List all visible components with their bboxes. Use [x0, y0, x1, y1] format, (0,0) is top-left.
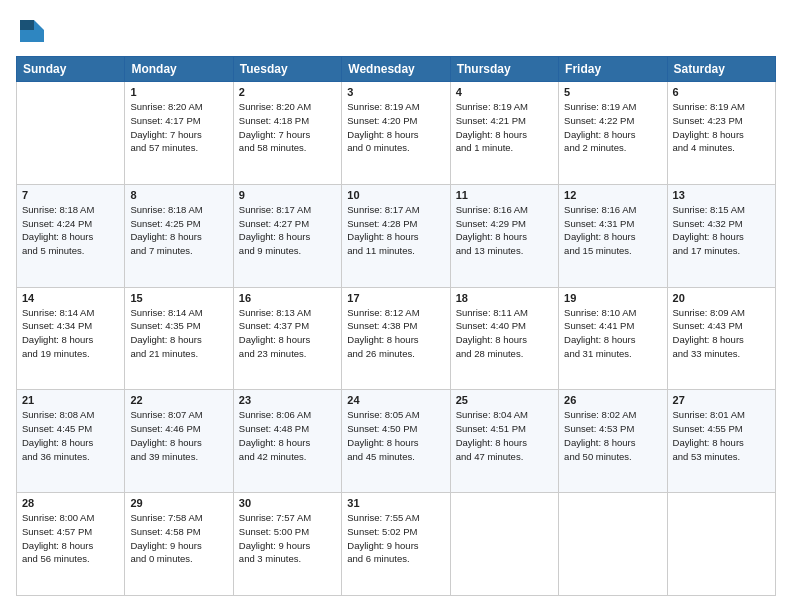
day-detail: Sunrise: 8:10 AM Sunset: 4:41 PM Dayligh…: [564, 306, 661, 361]
day-number: 7: [22, 189, 119, 201]
calendar-cell: 16Sunrise: 8:13 AM Sunset: 4:37 PM Dayli…: [233, 287, 341, 390]
calendar-cell: 8Sunrise: 8:18 AM Sunset: 4:25 PM Daylig…: [125, 184, 233, 287]
day-detail: Sunrise: 8:14 AM Sunset: 4:35 PM Dayligh…: [130, 306, 227, 361]
day-detail: Sunrise: 8:05 AM Sunset: 4:50 PM Dayligh…: [347, 408, 444, 463]
day-detail: Sunrise: 8:08 AM Sunset: 4:45 PM Dayligh…: [22, 408, 119, 463]
day-number: 19: [564, 292, 661, 304]
day-detail: Sunrise: 8:17 AM Sunset: 4:28 PM Dayligh…: [347, 203, 444, 258]
day-number: 12: [564, 189, 661, 201]
day-number: 4: [456, 86, 553, 98]
calendar-cell: [17, 82, 125, 185]
calendar-cell: 20Sunrise: 8:09 AM Sunset: 4:43 PM Dayli…: [667, 287, 775, 390]
calendar-cell: 6Sunrise: 8:19 AM Sunset: 4:23 PM Daylig…: [667, 82, 775, 185]
calendar-cell: 11Sunrise: 8:16 AM Sunset: 4:29 PM Dayli…: [450, 184, 558, 287]
calendar-body: 1Sunrise: 8:20 AM Sunset: 4:17 PM Daylig…: [17, 82, 776, 596]
day-detail: Sunrise: 7:57 AM Sunset: 5:00 PM Dayligh…: [239, 511, 336, 566]
day-number: 13: [673, 189, 770, 201]
day-number: 30: [239, 497, 336, 509]
day-detail: Sunrise: 8:12 AM Sunset: 4:38 PM Dayligh…: [347, 306, 444, 361]
day-number: 10: [347, 189, 444, 201]
calendar-cell: 7Sunrise: 8:18 AM Sunset: 4:24 PM Daylig…: [17, 184, 125, 287]
calendar-cell: [667, 493, 775, 596]
calendar-cell: 10Sunrise: 8:17 AM Sunset: 4:28 PM Dayli…: [342, 184, 450, 287]
logo: [16, 16, 50, 46]
day-number: 22: [130, 394, 227, 406]
calendar-cell: 21Sunrise: 8:08 AM Sunset: 4:45 PM Dayli…: [17, 390, 125, 493]
page: SundayMondayTuesdayWednesdayThursdayFrid…: [0, 0, 792, 612]
day-detail: Sunrise: 8:15 AM Sunset: 4:32 PM Dayligh…: [673, 203, 770, 258]
week-row-1: 1Sunrise: 8:20 AM Sunset: 4:17 PM Daylig…: [17, 82, 776, 185]
week-row-5: 28Sunrise: 8:00 AM Sunset: 4:57 PM Dayli…: [17, 493, 776, 596]
day-number: 25: [456, 394, 553, 406]
day-detail: Sunrise: 7:55 AM Sunset: 5:02 PM Dayligh…: [347, 511, 444, 566]
calendar-cell: 24Sunrise: 8:05 AM Sunset: 4:50 PM Dayli…: [342, 390, 450, 493]
calendar-cell: [450, 493, 558, 596]
calendar-cell: 31Sunrise: 7:55 AM Sunset: 5:02 PM Dayli…: [342, 493, 450, 596]
day-detail: Sunrise: 8:16 AM Sunset: 4:29 PM Dayligh…: [456, 203, 553, 258]
day-detail: Sunrise: 8:00 AM Sunset: 4:57 PM Dayligh…: [22, 511, 119, 566]
day-detail: Sunrise: 8:02 AM Sunset: 4:53 PM Dayligh…: [564, 408, 661, 463]
weekday-header-saturday: Saturday: [667, 57, 775, 82]
weekday-header-friday: Friday: [559, 57, 667, 82]
day-detail: Sunrise: 8:06 AM Sunset: 4:48 PM Dayligh…: [239, 408, 336, 463]
day-detail: Sunrise: 8:07 AM Sunset: 4:46 PM Dayligh…: [130, 408, 227, 463]
day-detail: Sunrise: 8:11 AM Sunset: 4:40 PM Dayligh…: [456, 306, 553, 361]
weekday-header-row: SundayMondayTuesdayWednesdayThursdayFrid…: [17, 57, 776, 82]
calendar-cell: 2Sunrise: 8:20 AM Sunset: 4:18 PM Daylig…: [233, 82, 341, 185]
svg-rect-1: [20, 20, 34, 30]
weekday-header-tuesday: Tuesday: [233, 57, 341, 82]
calendar-cell: [559, 493, 667, 596]
calendar-cell: 5Sunrise: 8:19 AM Sunset: 4:22 PM Daylig…: [559, 82, 667, 185]
logo-icon: [16, 16, 46, 46]
calendar-cell: 25Sunrise: 8:04 AM Sunset: 4:51 PM Dayli…: [450, 390, 558, 493]
calendar-cell: 23Sunrise: 8:06 AM Sunset: 4:48 PM Dayli…: [233, 390, 341, 493]
day-number: 16: [239, 292, 336, 304]
day-number: 5: [564, 86, 661, 98]
day-detail: Sunrise: 7:58 AM Sunset: 4:58 PM Dayligh…: [130, 511, 227, 566]
day-number: 8: [130, 189, 227, 201]
day-number: 11: [456, 189, 553, 201]
calendar-cell: 9Sunrise: 8:17 AM Sunset: 4:27 PM Daylig…: [233, 184, 341, 287]
day-number: 31: [347, 497, 444, 509]
calendar-cell: 19Sunrise: 8:10 AM Sunset: 4:41 PM Dayli…: [559, 287, 667, 390]
day-detail: Sunrise: 8:19 AM Sunset: 4:20 PM Dayligh…: [347, 100, 444, 155]
day-number: 28: [22, 497, 119, 509]
day-detail: Sunrise: 8:04 AM Sunset: 4:51 PM Dayligh…: [456, 408, 553, 463]
day-number: 3: [347, 86, 444, 98]
calendar-cell: 13Sunrise: 8:15 AM Sunset: 4:32 PM Dayli…: [667, 184, 775, 287]
day-detail: Sunrise: 8:18 AM Sunset: 4:24 PM Dayligh…: [22, 203, 119, 258]
day-number: 27: [673, 394, 770, 406]
day-number: 14: [22, 292, 119, 304]
calendar-cell: 15Sunrise: 8:14 AM Sunset: 4:35 PM Dayli…: [125, 287, 233, 390]
day-detail: Sunrise: 8:20 AM Sunset: 4:17 PM Dayligh…: [130, 100, 227, 155]
calendar-cell: 12Sunrise: 8:16 AM Sunset: 4:31 PM Dayli…: [559, 184, 667, 287]
day-detail: Sunrise: 8:13 AM Sunset: 4:37 PM Dayligh…: [239, 306, 336, 361]
week-row-3: 14Sunrise: 8:14 AM Sunset: 4:34 PM Dayli…: [17, 287, 776, 390]
calendar-cell: 30Sunrise: 7:57 AM Sunset: 5:00 PM Dayli…: [233, 493, 341, 596]
day-number: 2: [239, 86, 336, 98]
calendar-cell: 29Sunrise: 7:58 AM Sunset: 4:58 PM Dayli…: [125, 493, 233, 596]
calendar-cell: 3Sunrise: 8:19 AM Sunset: 4:20 PM Daylig…: [342, 82, 450, 185]
day-number: 26: [564, 394, 661, 406]
calendar-cell: 18Sunrise: 8:11 AM Sunset: 4:40 PM Dayli…: [450, 287, 558, 390]
weekday-header-thursday: Thursday: [450, 57, 558, 82]
day-detail: Sunrise: 8:17 AM Sunset: 4:27 PM Dayligh…: [239, 203, 336, 258]
week-row-4: 21Sunrise: 8:08 AM Sunset: 4:45 PM Dayli…: [17, 390, 776, 493]
day-number: 15: [130, 292, 227, 304]
header: [16, 16, 776, 46]
day-number: 21: [22, 394, 119, 406]
weekday-header-sunday: Sunday: [17, 57, 125, 82]
calendar-cell: 17Sunrise: 8:12 AM Sunset: 4:38 PM Dayli…: [342, 287, 450, 390]
day-detail: Sunrise: 8:19 AM Sunset: 4:21 PM Dayligh…: [456, 100, 553, 155]
day-number: 17: [347, 292, 444, 304]
day-detail: Sunrise: 8:16 AM Sunset: 4:31 PM Dayligh…: [564, 203, 661, 258]
day-number: 24: [347, 394, 444, 406]
day-number: 18: [456, 292, 553, 304]
day-number: 9: [239, 189, 336, 201]
svg-marker-0: [34, 20, 44, 30]
day-detail: Sunrise: 8:14 AM Sunset: 4:34 PM Dayligh…: [22, 306, 119, 361]
calendar-cell: 26Sunrise: 8:02 AM Sunset: 4:53 PM Dayli…: [559, 390, 667, 493]
day-detail: Sunrise: 8:09 AM Sunset: 4:43 PM Dayligh…: [673, 306, 770, 361]
calendar-cell: 14Sunrise: 8:14 AM Sunset: 4:34 PM Dayli…: [17, 287, 125, 390]
day-detail: Sunrise: 8:19 AM Sunset: 4:22 PM Dayligh…: [564, 100, 661, 155]
